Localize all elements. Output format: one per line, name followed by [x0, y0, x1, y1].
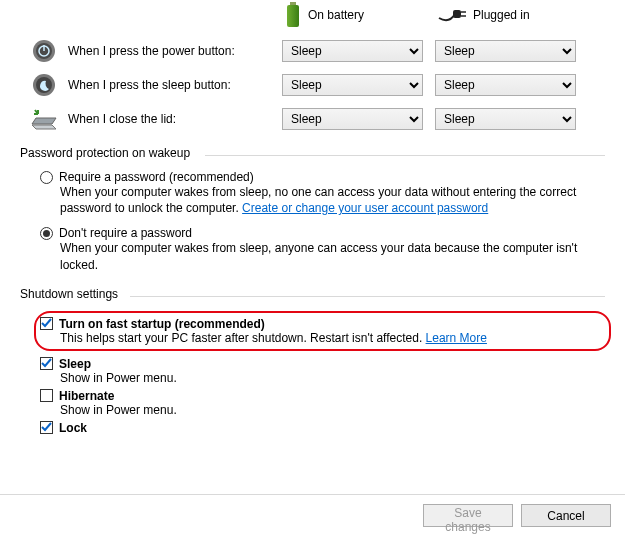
sleep-button-label: When I press the sleep button:: [68, 78, 282, 92]
sleep-button-battery-select[interactable]: Sleep: [282, 74, 423, 96]
dont-require-password-desc: When your computer wakes from sleep, any…: [60, 240, 605, 272]
svg-rect-0: [290, 2, 296, 5]
dont-require-password-radio[interactable]: [40, 227, 53, 240]
fast-startup-checkbox[interactable]: [40, 317, 53, 330]
shutdown-section-title: Shutdown settings: [20, 287, 118, 301]
require-password-radio[interactable]: [40, 171, 53, 184]
lid-plugged-select[interactable]: Sleep: [435, 108, 576, 130]
svg-rect-1: [287, 5, 299, 27]
lid-label: When I close the lid:: [68, 112, 282, 126]
lock-label: Lock: [59, 421, 87, 435]
column-header-battery: On battery: [308, 8, 364, 22]
hibernate-label: Hibernate: [59, 389, 114, 403]
dont-require-password-label: Don't require a password: [59, 226, 192, 240]
hibernate-desc: Show in Power menu.: [60, 403, 605, 417]
lid-battery-select[interactable]: Sleep: [282, 108, 423, 130]
password-section-title: Password protection on wakeup: [20, 146, 190, 160]
svg-rect-2: [453, 10, 461, 18]
sleep-button-icon: [31, 72, 57, 98]
fast-startup-label: Turn on fast startup (recommended): [59, 317, 265, 331]
save-button[interactable]: Save changes: [423, 504, 513, 527]
sleep-button-plugged-select[interactable]: Sleep: [435, 74, 576, 96]
fast-startup-highlight: Turn on fast startup (recommended) This …: [34, 311, 611, 351]
plug-icon: [437, 6, 467, 24]
create-change-password-link[interactable]: Create or change your user account passw…: [242, 201, 488, 215]
lock-checkbox[interactable]: [40, 421, 53, 434]
power-button-plugged-select[interactable]: Sleep: [435, 40, 576, 62]
learn-more-link[interactable]: Learn More: [426, 331, 487, 345]
fast-startup-desc: This helps start your PC faster after sh…: [60, 331, 426, 345]
column-header-plugged: Plugged in: [473, 8, 530, 22]
cancel-button[interactable]: Cancel: [521, 504, 611, 527]
battery-icon: [284, 2, 302, 28]
sleep-desc: Show in Power menu.: [60, 371, 605, 385]
require-password-label: Require a password (recommended): [59, 170, 254, 184]
power-button-label: When I press the power button:: [68, 44, 282, 58]
power-button-battery-select[interactable]: Sleep: [282, 40, 423, 62]
sleep-label: Sleep: [59, 357, 91, 371]
sleep-checkbox[interactable]: [40, 357, 53, 370]
hibernate-checkbox[interactable]: [40, 389, 53, 402]
power-button-icon: [31, 38, 57, 64]
laptop-lid-icon: [29, 108, 59, 130]
